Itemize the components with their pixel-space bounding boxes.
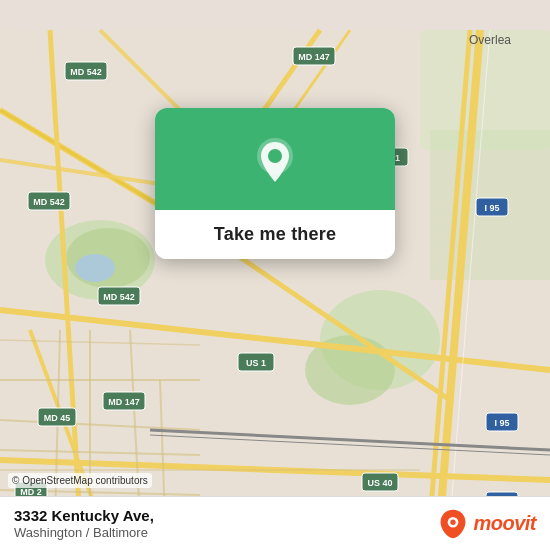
map-background: MD 542 MD 542 MD 542 MD 147 MD 147 US 1 … xyxy=(0,0,550,550)
svg-text:Overlea: Overlea xyxy=(469,33,511,47)
moovit-pin-icon xyxy=(437,508,469,540)
svg-text:MD 542: MD 542 xyxy=(33,197,65,207)
svg-text:MD 45: MD 45 xyxy=(44,413,71,423)
svg-text:US 40: US 40 xyxy=(367,478,392,488)
svg-text:I 95: I 95 xyxy=(484,203,499,213)
map-container: MD 542 MD 542 MD 542 MD 147 MD 147 US 1 … xyxy=(0,0,550,550)
svg-point-66 xyxy=(451,519,456,524)
svg-point-3 xyxy=(75,254,115,282)
svg-text:I 95: I 95 xyxy=(494,418,509,428)
svg-point-64 xyxy=(268,149,282,163)
take-me-there-button[interactable]: Take me there xyxy=(155,210,395,259)
address-line: 3332 Kentucky Ave, xyxy=(14,507,154,524)
location-pin-icon xyxy=(249,136,301,188)
bottom-bar: 3332 Kentucky Ave, Washington / Baltimor… xyxy=(0,496,550,550)
svg-text:US 1: US 1 xyxy=(246,358,266,368)
city-line: Washington / Baltimore xyxy=(14,525,154,540)
svg-text:MD 147: MD 147 xyxy=(298,52,330,62)
svg-text:MD 147: MD 147 xyxy=(108,397,140,407)
address-container: 3332 Kentucky Ave, Washington / Baltimor… xyxy=(14,507,154,540)
osm-attribution: © OpenStreetMap contributors xyxy=(8,473,152,488)
svg-text:MD 542: MD 542 xyxy=(70,67,102,77)
popup-card: Take me there xyxy=(155,108,395,259)
moovit-brand-text: moovit xyxy=(473,512,536,535)
svg-text:MD 542: MD 542 xyxy=(103,292,135,302)
moovit-logo: moovit xyxy=(437,508,536,540)
popup-green-header xyxy=(155,108,395,210)
